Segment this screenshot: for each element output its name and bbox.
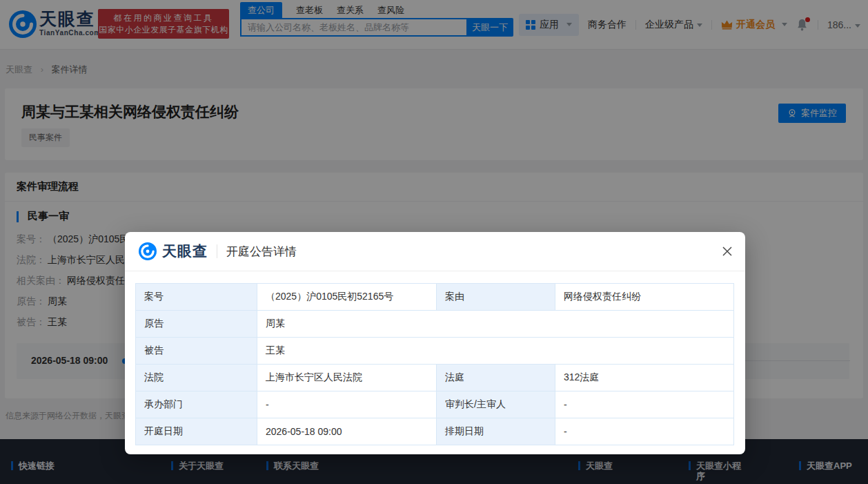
cell-label: 被告 <box>136 338 257 365</box>
tianyancha-logo-icon <box>139 242 157 260</box>
cell-label: 法庭 <box>437 365 555 391</box>
cell-label: 原告 <box>136 311 257 338</box>
cell-value: 网络侵权责任纠纷 <box>555 284 734 311</box>
modal-title: 开庭公告详情 <box>226 244 297 260</box>
cell-value: - <box>257 391 437 418</box>
cell-label: 承办部门 <box>136 391 257 418</box>
cell-value: 312法庭 <box>555 365 734 391</box>
cell-label: 案号 <box>136 284 257 311</box>
table-row: 原告 周某 <box>136 311 734 338</box>
cell-value: 王某 <box>257 338 734 365</box>
cell-value: - <box>555 391 734 418</box>
cell-value: 上海市长宁区人民法院 <box>257 365 437 391</box>
cell-value: 周某 <box>257 311 734 338</box>
cell-label: 开庭日期 <box>136 418 257 445</box>
modal-header: 天眼查 开庭公告详情 <box>125 232 745 271</box>
cell-value: （2025）沪0105民初52165号 <box>257 284 437 311</box>
table-row: 开庭日期 2026-05-18 09:00 排期日期 - <box>136 418 734 445</box>
modal-brand: 天眼查 <box>162 242 208 261</box>
table-row: 承办部门 - 审判长/主审人 - <box>136 391 734 418</box>
cell-label: 法院 <box>136 365 257 391</box>
hearing-detail-table: 案号 （2025）沪0105民初52165号 案由 网络侵权责任纠纷 原告 周某… <box>135 283 734 445</box>
cell-value: - <box>555 418 734 445</box>
page-root: 天眼查 TianYanCha.com 都在用的商业查询工具 国家中小企业发展子基… <box>0 0 868 484</box>
cell-value: 2026-05-18 09:00 <box>257 418 437 445</box>
modal-close-button[interactable] <box>719 244 736 260</box>
cell-label: 审判长/主审人 <box>437 391 555 418</box>
cell-label: 案由 <box>437 284 555 311</box>
cell-label: 排期日期 <box>437 418 555 445</box>
divider <box>217 244 217 258</box>
hearing-announcement-modal: 天眼查 开庭公告详情 案号 （2025）沪0105民初52165号 案由 网络侵… <box>125 232 745 454</box>
table-row: 法院 上海市长宁区人民法院 法庭 312法庭 <box>136 365 734 391</box>
close-icon <box>721 245 733 258</box>
table-row: 被告 王某 <box>136 338 734 365</box>
table-row: 案号 （2025）沪0105民初52165号 案由 网络侵权责任纠纷 <box>136 284 734 311</box>
